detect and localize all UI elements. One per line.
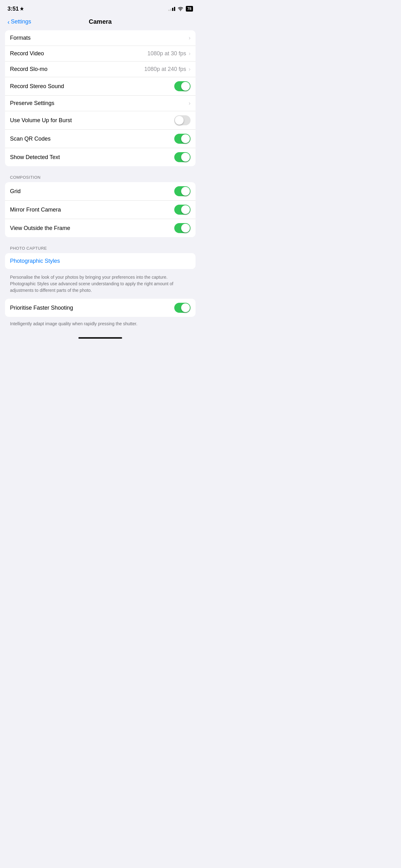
mirror-front-label: Mirror Front Camera: [10, 207, 61, 213]
record-slomo-label: Record Slo-mo: [10, 66, 47, 72]
show-text-toggle[interactable]: [174, 152, 191, 162]
main-settings-card: Formats › Record Video 1080p at 30 fps ›…: [5, 30, 196, 166]
formats-row[interactable]: Formats ›: [5, 30, 196, 46]
volume-burst-label: Use Volume Up for Burst: [10, 117, 72, 124]
record-slomo-chevron-icon: ›: [189, 66, 191, 72]
photographic-styles-description: Personalise the look of your photos by b…: [5, 270, 196, 299]
show-text-toggle-thumb: [181, 153, 190, 161]
view-outside-toggle-thumb: [181, 224, 190, 232]
faster-shooting-label: Prioritise Faster Shooting: [10, 305, 73, 311]
formats-right: ›: [189, 35, 191, 41]
record-video-chevron-icon: ›: [189, 50, 191, 57]
formats-chevron-icon: ›: [189, 35, 191, 41]
scan-qr-toggle-thumb: [181, 134, 190, 143]
scan-qr-toggle[interactable]: [174, 134, 191, 144]
wifi-icon: [178, 7, 183, 11]
preserve-settings-right: ›: [189, 100, 191, 106]
signal-bars: [168, 6, 175, 11]
view-outside-row: View Outside the Frame: [5, 219, 196, 237]
preserve-settings-label: Preserve Settings: [10, 100, 54, 106]
faster-shooting-card: Prioritise Faster Shooting: [5, 299, 196, 317]
view-outside-toggle[interactable]: [174, 223, 191, 233]
composition-card: Grid Mirror Front Camera View Outside th…: [5, 182, 196, 237]
composition-section-header: COMPOSITION: [5, 169, 196, 182]
faster-shooting-description: Intelligently adapt image quality when r…: [5, 318, 196, 332]
home-bar: [78, 337, 122, 339]
record-stereo-toggle-thumb: [181, 82, 190, 91]
photo-capture-section-header: PHOTO CAPTURE: [5, 240, 196, 253]
show-text-label: Show Detected Text: [10, 154, 60, 161]
record-slomo-right: 1080p at 240 fps ›: [144, 66, 191, 72]
status-bar: 3:51 78: [0, 0, 201, 16]
faster-shooting-row: Prioritise Faster Shooting: [5, 299, 196, 317]
view-outside-label: View Outside the Frame: [10, 225, 70, 231]
record-video-value: 1080p at 30 fps: [147, 50, 186, 57]
volume-burst-toggle-thumb: [175, 116, 183, 125]
record-video-right: 1080p at 30 fps ›: [147, 50, 191, 57]
show-text-row: Show Detected Text: [5, 148, 196, 166]
photographic-styles-label: Photographic Styles: [10, 258, 60, 264]
preserve-settings-chevron-icon: ›: [189, 100, 191, 106]
volume-burst-toggle[interactable]: [174, 115, 191, 125]
back-chevron-icon: ‹: [7, 19, 10, 25]
mirror-front-row: Mirror Front Camera: [5, 200, 196, 219]
scan-qr-label: Scan QR Codes: [10, 135, 51, 142]
record-stereo-row: Record Stereo Sound: [5, 77, 196, 96]
nav-header: ‹ Settings Camera: [0, 16, 201, 30]
mirror-front-toggle[interactable]: [174, 205, 191, 215]
formats-label: Formats: [10, 35, 31, 41]
location-icon: [20, 6, 24, 11]
record-slomo-value: 1080p at 240 fps: [144, 66, 186, 72]
home-indicator: [0, 332, 201, 342]
back-label: Settings: [11, 19, 31, 25]
grid-row: Grid: [5, 182, 196, 200]
faster-shooting-toggle[interactable]: [174, 303, 191, 313]
content: Formats › Record Video 1080p at 30 fps ›…: [0, 30, 201, 332]
scan-qr-row: Scan QR Codes: [5, 130, 196, 148]
mirror-front-toggle-thumb: [181, 205, 190, 214]
page-title: Camera: [89, 18, 111, 25]
status-icons: 78: [168, 6, 193, 11]
photographic-styles-card: Photographic Styles: [5, 253, 196, 269]
record-slomo-row[interactable]: Record Slo-mo 1080p at 240 fps ›: [5, 62, 196, 77]
record-video-label: Record Video: [10, 50, 44, 57]
grid-label: Grid: [10, 188, 21, 195]
record-stereo-toggle[interactable]: [174, 81, 191, 91]
status-time: 3:51: [7, 6, 24, 12]
photographic-styles-row[interactable]: Photographic Styles: [5, 253, 196, 269]
grid-toggle-thumb: [181, 187, 190, 195]
faster-shooting-toggle-thumb: [181, 303, 190, 312]
back-button[interactable]: ‹ Settings: [7, 19, 31, 25]
record-video-row[interactable]: Record Video 1080p at 30 fps ›: [5, 46, 196, 62]
preserve-settings-row[interactable]: Preserve Settings ›: [5, 96, 196, 111]
battery-indicator: 78: [186, 6, 193, 11]
volume-burst-row: Use Volume Up for Burst: [5, 111, 196, 130]
grid-toggle[interactable]: [174, 186, 191, 196]
record-stereo-label: Record Stereo Sound: [10, 83, 64, 90]
